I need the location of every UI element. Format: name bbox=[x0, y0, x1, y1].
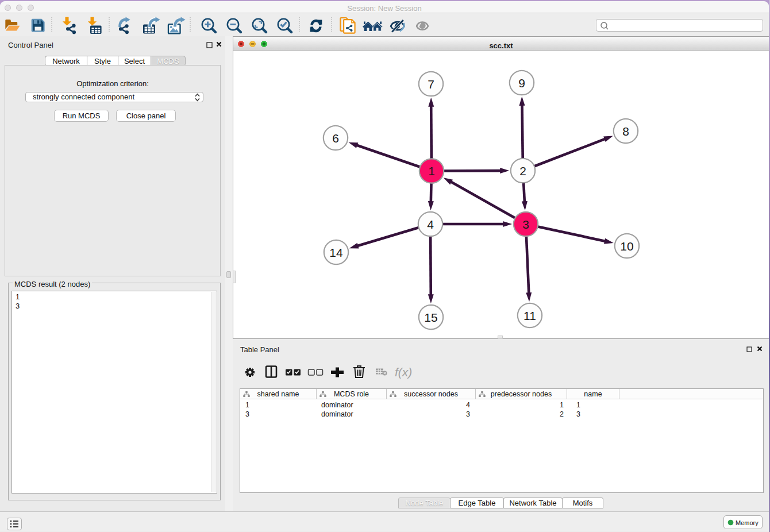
svg-text:2: 2 bbox=[519, 164, 526, 178]
svg-text:f(x): f(x) bbox=[395, 365, 412, 379]
svg-text:10: 10 bbox=[620, 240, 633, 253]
svg-text:14: 14 bbox=[329, 246, 343, 259]
svg-text:11: 11 bbox=[523, 309, 536, 322]
svg-text:3: 3 bbox=[522, 218, 529, 231]
svg-text:4: 4 bbox=[427, 218, 434, 231]
svg-text:1: 1 bbox=[428, 164, 435, 178]
svg-text:8: 8 bbox=[622, 125, 629, 138]
svg-text:6: 6 bbox=[332, 132, 339, 145]
svg-text:7: 7 bbox=[428, 78, 434, 91]
svg-text:15: 15 bbox=[424, 311, 437, 324]
svg-text:9: 9 bbox=[518, 76, 525, 90]
